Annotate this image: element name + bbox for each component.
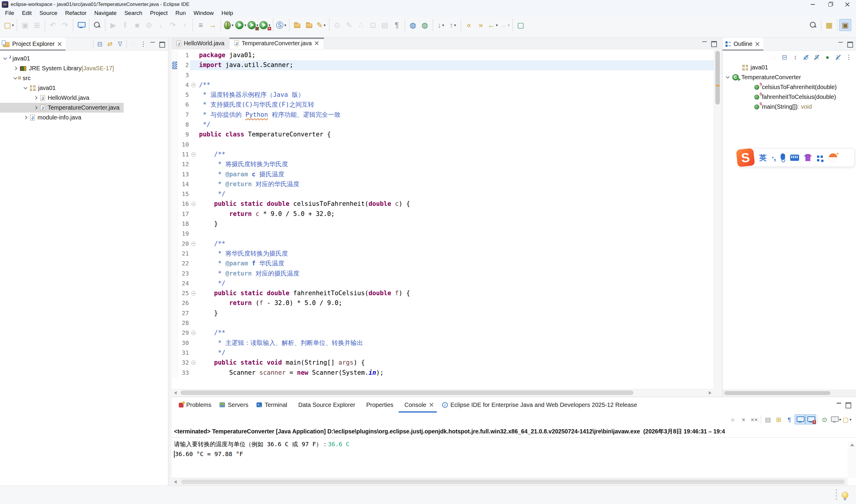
tab-datasource[interactable]: Data Source Explorer xyxy=(291,397,359,413)
tree-item-java01[interactable]: java01 xyxy=(0,54,34,64)
menu-refactor[interactable]: Refactor xyxy=(61,9,91,17)
outline-close-icon[interactable] xyxy=(755,42,760,47)
previous-annotation-icon[interactable]: ↑ xyxy=(447,19,459,31)
pin-editor-icon[interactable]: ⊙ xyxy=(331,19,343,31)
tree-item-temperatureconverter-java[interactable]: TemperatureConverter.java xyxy=(0,103,124,113)
console-tab-close-icon[interactable] xyxy=(429,402,434,407)
open-resource-icon[interactable] xyxy=(303,19,315,31)
focus-mode-icon[interactable]: ∴ xyxy=(768,52,779,62)
search-access-icon[interactable] xyxy=(807,19,819,31)
save-all-icon[interactable]: ⊞ xyxy=(31,19,43,31)
display-selected-console-icon[interactable] xyxy=(830,414,842,425)
chevron-right-icon[interactable] xyxy=(24,116,28,120)
ime-apps-icon[interactable] xyxy=(817,156,819,158)
suspend-icon[interactable]: ‖ xyxy=(119,19,131,31)
ime-punctuation-icon[interactable]: ·, xyxy=(772,153,775,162)
chevron-down-icon[interactable] xyxy=(24,86,28,90)
editor-vertical-scrollbar[interactable] xyxy=(714,50,721,389)
format-icon[interactable]: ▤ xyxy=(379,19,391,31)
step-return-icon[interactable]: ↑ xyxy=(179,19,191,31)
undo-icon[interactable]: ↶ xyxy=(47,19,59,31)
console-maximize-button[interactable] xyxy=(843,400,852,409)
clean-up-icon[interactable]: ✎ xyxy=(343,19,355,31)
new-wizard-icon[interactable]: ▢ xyxy=(3,19,15,31)
pin-console-icon[interactable]: ⊙ xyxy=(819,414,830,425)
overview-ruler-warning-mark[interactable] xyxy=(716,85,719,86)
fold-collapse-icon[interactable] xyxy=(190,80,197,90)
hide-non-public-icon[interactable]: ● xyxy=(822,52,833,62)
ime-keyboard-icon[interactable] xyxy=(790,155,799,161)
scroll-lock-icon[interactable]: ⊞ xyxy=(773,414,784,425)
chevron-down-icon[interactable] xyxy=(726,76,730,79)
console-output[interactable]: 请输入要转换的温度与单位（例如 36.6 C 或 97 F）：36.6 C36.… xyxy=(172,437,856,459)
editor-horizontal-scrollbar[interactable] xyxy=(172,389,714,396)
focus-mode-icon[interactable]: ∴ xyxy=(128,39,138,49)
show-on-stderr-icon[interactable] xyxy=(805,414,816,425)
project-explorer-tab[interactable]: Project Explorer xyxy=(0,38,66,50)
last-edit-location-icon[interactable]: « xyxy=(463,19,475,31)
notification-lightbulb-icon[interactable] xyxy=(842,492,848,498)
word-wrap-icon[interactable]: ¶ xyxy=(784,414,795,425)
back-history-icon[interactable]: ← xyxy=(487,19,499,31)
chevron-down-icon[interactable] xyxy=(14,76,17,80)
open-new-editor-icon[interactable]: ▢ xyxy=(515,19,527,31)
ime-skin-icon[interactable] xyxy=(804,154,812,161)
tree-item-main-string[interactable]: main(String[]) : void xyxy=(723,102,856,112)
terminate-icon[interactable]: ■ xyxy=(727,414,738,425)
tree-item-jre-system-library[interactable]: JRE System Library [JavaSE-17] xyxy=(0,64,118,73)
menu-source[interactable]: Source xyxy=(35,9,61,17)
view-menu-icon[interactable]: ⋮ xyxy=(138,39,148,49)
open-perspective-icon[interactable]: ▦ xyxy=(823,19,835,31)
outline-minimize-button[interactable] xyxy=(836,40,845,49)
redo-icon[interactable]: ↷ xyxy=(59,19,71,31)
tab-eclipse-info[interactable]: Eclipse IDE for Enterprise Java and Web … xyxy=(438,397,641,413)
tree-item-temperatureconverter[interactable]: TemperatureConverter xyxy=(723,72,856,82)
fold-collapse-icon[interactable] xyxy=(190,358,197,367)
menu-run[interactable]: Run xyxy=(172,9,190,17)
tree-item-helloworld-java[interactable]: HelloWorld.java xyxy=(0,93,93,103)
team-sync-icon[interactable]: ∴ xyxy=(355,19,367,31)
scroll-left-icon[interactable] xyxy=(174,391,177,395)
chevron-right-icon[interactable] xyxy=(14,67,17,70)
run-icon[interactable] xyxy=(235,19,247,31)
menu-search[interactable]: Search xyxy=(120,9,146,17)
fold-collapse-icon[interactable] xyxy=(190,239,197,249)
tab-problems[interactable]: Problems xyxy=(175,397,215,413)
console-horizontal-scrollbar[interactable] xyxy=(172,478,848,486)
menu-window[interactable]: Window xyxy=(190,9,218,17)
tab-console[interactable]: Console xyxy=(397,397,438,413)
filters-icon[interactable]: ∇ xyxy=(115,39,125,49)
clear-console-icon[interactable]: ▤ xyxy=(763,414,773,425)
coverage-icon[interactable] xyxy=(247,19,259,31)
new-web-service-icon[interactable]: Ⓢ xyxy=(275,19,287,31)
tree-item-celsiustofahrenheit-double[interactable]: celsiusToFahrenheit(double) xyxy=(723,82,856,92)
ime-microphone-icon[interactable] xyxy=(781,154,785,160)
remove-all-launches-icon[interactable]: ×× xyxy=(749,414,760,425)
menu-project[interactable]: Project xyxy=(146,9,172,17)
compare-icon[interactable]: ⊡ xyxy=(367,19,379,31)
run-on-server-icon[interactable]: ◍ xyxy=(419,19,431,31)
show-whitespace-icon[interactable]: ¶ xyxy=(391,19,403,31)
tab-properties[interactable]: Properties xyxy=(359,397,397,413)
editor-minimize-button[interactable] xyxy=(700,39,709,48)
hide-static-members-icon[interactable]: S xyxy=(811,52,822,62)
debug-icon[interactable] xyxy=(223,19,235,31)
fold-collapse-icon[interactable] xyxy=(190,288,197,298)
fold-collapse-icon[interactable] xyxy=(190,199,197,209)
collapse-all-icon[interactable]: ⊟ xyxy=(95,39,105,49)
next-annotation-icon[interactable]: ↓ xyxy=(435,19,447,31)
view-menu-icon[interactable]: ⋮ xyxy=(843,52,854,62)
tree-item-module-info-java[interactable]: module-info.java xyxy=(0,113,86,122)
step-over-icon[interactable]: ↷ xyxy=(167,19,179,31)
menu-file[interactable]: File xyxy=(1,9,18,17)
save-icon[interactable]: ▣ xyxy=(19,19,31,31)
open-web-browser-icon[interactable]: ◍ xyxy=(407,19,419,31)
open-console-icon[interactable]: ▢ xyxy=(842,414,852,425)
java-ee-perspective-icon[interactable]: ▣ xyxy=(839,19,851,31)
project-explorer-maximize-button[interactable] xyxy=(157,40,166,49)
tab-terminal[interactable]: Terminal xyxy=(252,397,291,413)
console-minimize-button[interactable] xyxy=(835,400,843,409)
tree-item-java01[interactable]: java01 xyxy=(0,83,60,93)
tree-item-src[interactable]: src xyxy=(0,73,35,83)
code-editor[interactable]: 1package java01;2import java.util.Scanne… xyxy=(172,50,714,389)
